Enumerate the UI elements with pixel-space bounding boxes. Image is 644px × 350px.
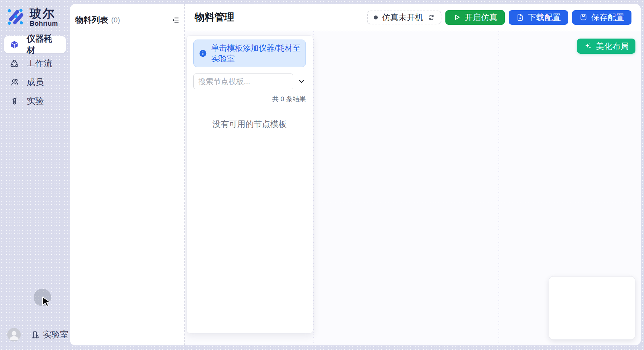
building-icon (31, 330, 40, 339)
minimap[interactable] (549, 276, 635, 340)
bohrium-logo-icon (7, 8, 26, 26)
sparkles-icon (584, 42, 592, 50)
flow-section: 物料管理 仿真未开机 开启仿真 (185, 4, 641, 345)
sidebar-footer: 实验室 (7, 328, 69, 341)
search-result-count: 共 0 条结果 (193, 95, 306, 103)
sidebar-item-label: 成员 (27, 76, 44, 88)
person-icon (7, 328, 21, 341)
sidebar-item-experiments[interactable]: 实验 (4, 92, 66, 110)
sidebar-item-label: 仪器耗材 (27, 33, 60, 56)
play-icon (453, 13, 461, 21)
beautify-layout-label: 美化布局 (596, 41, 629, 52)
cube-icon (10, 40, 19, 49)
canvas-gridline (313, 31, 314, 345)
main-card: 物料列表 (0) 物料管理 仿真未开机 (70, 4, 641, 345)
sidebar-item-members[interactable]: 成员 (4, 73, 66, 91)
simulation-status-pill: 仿真未开机 (367, 11, 441, 24)
status-dot-icon (374, 15, 378, 19)
beautify-layout-button[interactable]: 美化布局 (577, 39, 635, 54)
logo-subtitle: Bohrium (30, 20, 58, 27)
info-icon (199, 49, 207, 58)
sidebar-item-instruments[interactable]: 仪器耗材 (4, 36, 66, 53)
workflow-icon (10, 59, 19, 68)
refresh-icon[interactable] (428, 14, 435, 21)
lab-label: 实验室 (43, 329, 69, 340)
hint-banner-text: 单击模板添加仪器/耗材至实验室 (211, 43, 301, 64)
avatar[interactable] (7, 328, 21, 341)
file-download-icon (516, 13, 524, 21)
chevron-down-icon[interactable] (297, 77, 306, 86)
status-label: 仿真未开机 (382, 12, 423, 23)
flow-canvas[interactable]: 单击模板添加仪器/耗材至实验室 共 0 条结果 没有可用的节点模板 (185, 31, 641, 345)
save-config-button[interactable]: 保存配置 (572, 10, 631, 25)
canvas-gridline (499, 31, 499, 345)
sidebar-item-label: 工作流 (27, 58, 52, 69)
sidebar-item-label: 实验 (27, 95, 44, 107)
page-title: 物料管理 (195, 11, 234, 24)
sidebar-nav: 仪器耗材 工作流 成员 (4, 36, 66, 110)
material-list-title: 物料列表 (75, 15, 108, 25)
save-config-label: 保存配置 (591, 12, 624, 23)
material-list-count: (0) (111, 16, 120, 24)
empty-template-message: 没有可用的节点模板 (193, 119, 306, 130)
flow-header: 物料管理 仿真未开机 开启仿真 (185, 4, 641, 31)
download-config-label: 下载配置 (528, 12, 561, 23)
material-list-header: 物料列表 (0) (70, 4, 184, 25)
members-icon (10, 78, 19, 87)
sidebar-item-workflow[interactable]: 工作流 (4, 55, 66, 72)
save-icon (579, 13, 588, 21)
lab-switcher[interactable]: 实验室 (31, 329, 69, 340)
logo: 玻尔 Bohrium (4, 7, 66, 27)
collapse-panel-icon[interactable] (172, 16, 179, 24)
download-config-button[interactable]: 下载配置 (509, 10, 568, 25)
material-list-panel: 物料列表 (0) (70, 4, 185, 345)
start-simulation-label: 开启仿真 (465, 12, 498, 23)
mouse-cursor (42, 296, 51, 307)
start-simulation-button[interactable]: 开启仿真 (445, 10, 505, 25)
test-tube-icon (10, 97, 19, 105)
template-search-input[interactable] (193, 73, 293, 89)
logo-title: 玻尔 (30, 7, 58, 20)
template-search-row (193, 73, 306, 89)
hint-banner: 单击模板添加仪器/耗材至实验室 (193, 40, 306, 67)
template-tool-panel: 单击模板添加仪器/耗材至实验室 共 0 条结果 没有可用的节点模板 (186, 35, 313, 334)
